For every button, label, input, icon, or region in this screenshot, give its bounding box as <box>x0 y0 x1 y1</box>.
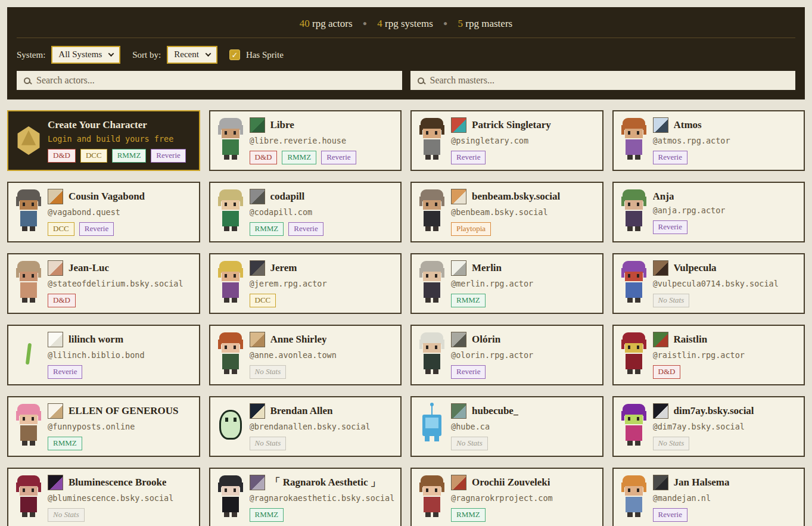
actor-handle: @ragnarokaesthetic.bsky.social <box>250 493 395 503</box>
actor-avatar <box>451 332 466 347</box>
sort-select-value: Recent <box>174 49 199 60</box>
actor-name: Libre <box>270 119 294 131</box>
actor-card[interactable]: codapill @codapill.com RMMZReverie <box>209 182 402 242</box>
actor-name: Atmos <box>674 119 702 131</box>
actor-name: Cousin Vagabond <box>69 191 145 203</box>
actor-name: Brendan Allen <box>270 405 333 417</box>
actor-avatar <box>250 475 265 490</box>
system-select-value: All Systems <box>58 49 102 60</box>
actor-sprite <box>413 329 451 381</box>
actor-card[interactable]: Atmos @atmos.rpg.actor Reverie <box>612 110 805 171</box>
actor-card[interactable]: Olórin @olorin.rpg.actor Reverie <box>410 325 603 385</box>
actor-card[interactable]: 「 Ragnarok Aesthetic 」 @ragnarokaestheti… <box>209 468 402 526</box>
actor-card[interactable]: dim7ay.bsky.social @dim7ay.bsky.social N… <box>612 396 805 457</box>
has-sprite-label: Has Sprite <box>246 50 284 60</box>
actor-avatar <box>48 332 63 347</box>
actor-handle: @anne.avonlea.town <box>250 350 337 360</box>
create-character-card[interactable]: Create Your Character Login and build yo… <box>7 110 200 171</box>
chevron-down-icon <box>108 51 114 57</box>
actor-avatar <box>48 403 63 419</box>
actor-sprite <box>211 186 250 238</box>
actor-handle: @olorin.rpg.actor <box>451 350 533 360</box>
badge-dnd: D&D <box>653 365 681 379</box>
search-masters-input[interactable] <box>430 75 789 86</box>
actor-name: Patrick Singletary <box>472 119 551 131</box>
actor-card[interactable]: Anne Shirley @anne.avonlea.town No Stats <box>209 325 402 385</box>
actor-card[interactable]: Orochii Zouveleki @ragnarokrproject.com … <box>410 468 603 526</box>
actor-sprite <box>10 186 48 238</box>
actor-card[interactable]: Merlin @merlin.rpg.actor RMMZ <box>410 253 603 314</box>
actor-handle: @vagabond.quest <box>48 207 145 217</box>
badge-nostats: No Stats <box>653 437 690 450</box>
badge-row: D&D <box>48 294 183 307</box>
badge-row: No Stats <box>653 294 779 307</box>
actor-avatar <box>451 475 466 490</box>
chevron-down-icon <box>205 51 211 57</box>
actor-handle: @benbeam.bsky.social <box>451 207 560 217</box>
badge-row: No Stats <box>250 365 337 379</box>
badge-row: No Stats <box>451 437 518 450</box>
actor-card[interactable]: Patrick Singletary @psingletary.com Reve… <box>410 110 603 171</box>
actor-sprite <box>413 400 451 453</box>
badge-row: DCCReverie <box>48 222 145 236</box>
actor-avatar <box>250 403 265 419</box>
actor-sprite <box>615 186 653 238</box>
search-actors-box <box>17 71 402 90</box>
actor-sprite <box>413 114 451 167</box>
badge-rmmz: RMMZ <box>451 508 486 522</box>
actor-name: Vulpecula <box>674 262 717 274</box>
actor-sprite <box>211 257 250 310</box>
system-filter-label: System: <box>17 50 45 60</box>
actor-sprite <box>615 329 653 381</box>
badge-reverie: Reverie <box>48 365 82 379</box>
actor-card[interactable]: Jan Halsema @mandejan.nl Reverie <box>612 468 805 526</box>
sort-select[interactable]: Recent <box>167 46 217 64</box>
actor-card[interactable]: lilinch worm @lilinch.biblio.bond Reveri… <box>7 325 200 385</box>
actor-card[interactable]: Libre @libre.reverie.house D&DRMMZReveri… <box>209 110 402 171</box>
actor-card[interactable]: Cousin Vagabond @vagabond.quest DCCRever… <box>7 182 200 242</box>
actor-handle: @mandejan.nl <box>653 493 730 503</box>
badge-rmmz: RMMZ <box>250 222 284 236</box>
actor-card[interactable]: Anja @anja.rpg.actor Reverie <box>612 182 805 242</box>
actor-card[interactable]: Brendan Allen @brendanallen.bsky.social … <box>209 396 402 457</box>
systems-count: 4 rpg systems <box>377 18 433 29</box>
badge-reverie: Reverie <box>653 151 687 164</box>
actor-name: ELLEN OF GENEROUS <box>69 405 179 417</box>
search-actors-input[interactable] <box>36 75 395 86</box>
actor-sprite <box>615 400 653 453</box>
actor-handle: @lilinch.biblio.bond <box>48 350 145 360</box>
actor-avatar <box>451 403 466 419</box>
actor-card[interactable]: Bluminescence Brooke @bluminescence.bsky… <box>7 468 200 526</box>
actor-handle: @ragnarokrproject.com <box>451 493 553 503</box>
actor-handle: @codapill.com <box>250 207 323 217</box>
actor-card[interactable]: ELLEN OF GENEROUS @funnyposts.online RMM… <box>7 396 200 457</box>
has-sprite-checkbox[interactable]: ✓ <box>229 49 240 60</box>
actor-sprite <box>413 472 451 524</box>
actor-handle: @psingletary.com <box>451 136 551 145</box>
system-select[interactable]: All Systems <box>51 46 120 64</box>
actor-sprite <box>10 400 48 453</box>
actor-card[interactable]: Jean-Luc @stateofdelirium.bsky.social D&… <box>7 253 200 314</box>
actor-card[interactable]: Vulpecula @vulpecula0714.bsky.social No … <box>612 253 805 314</box>
actor-avatar <box>48 260 63 276</box>
badge-dnd: D&D <box>250 151 278 164</box>
search-icon <box>418 77 424 84</box>
actor-avatar <box>250 332 265 347</box>
filter-bar: System: All Systems Sort by: Recent ✓ Ha… <box>17 38 795 71</box>
actor-sprite <box>413 257 451 310</box>
badge-reverie: Reverie <box>151 149 185 163</box>
badge-dcc: DCC <box>80 149 107 163</box>
actor-handle: @raistlin.rpg.actor <box>653 350 745 360</box>
actor-card[interactable]: Raistlin @raistlin.rpg.actor D&D <box>612 325 805 385</box>
actor-card[interactable]: benbeam.bsky.social @benbeam.bsky.social… <box>410 182 603 242</box>
actor-avatar <box>653 332 668 347</box>
actor-card[interactable]: hubecube_ @hube.ca No Stats <box>410 396 603 457</box>
header-panel: 40 rpg actors ● 4 rpg systems ● 5 rpg ma… <box>7 7 805 99</box>
badge-row: RMMZ <box>250 508 395 522</box>
actor-card[interactable]: Jerem @jerem.rpg.actor DCC <box>209 253 402 314</box>
actor-avatar <box>48 189 63 204</box>
actor-handle: @dim7ay.bsky.social <box>653 422 754 431</box>
badge-row: RMMZ <box>451 508 553 522</box>
badge-row: RMMZ <box>48 437 179 450</box>
actor-avatar <box>250 117 265 133</box>
